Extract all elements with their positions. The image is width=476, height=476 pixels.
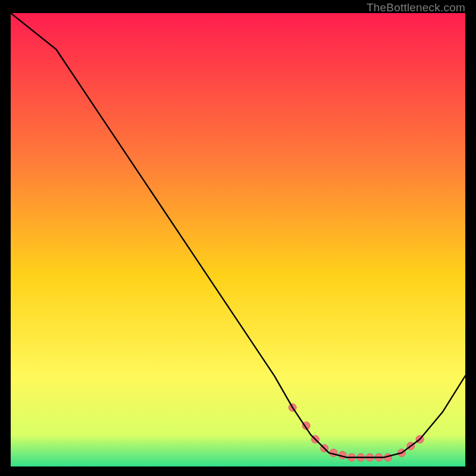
plot-area bbox=[11, 13, 465, 466]
gradient-background bbox=[11, 13, 465, 466]
chart-frame: TheBottleneck.com bbox=[0, 0, 476, 476]
chart-svg bbox=[11, 13, 465, 466]
attribution-label: TheBottleneck.com bbox=[367, 1, 465, 14]
